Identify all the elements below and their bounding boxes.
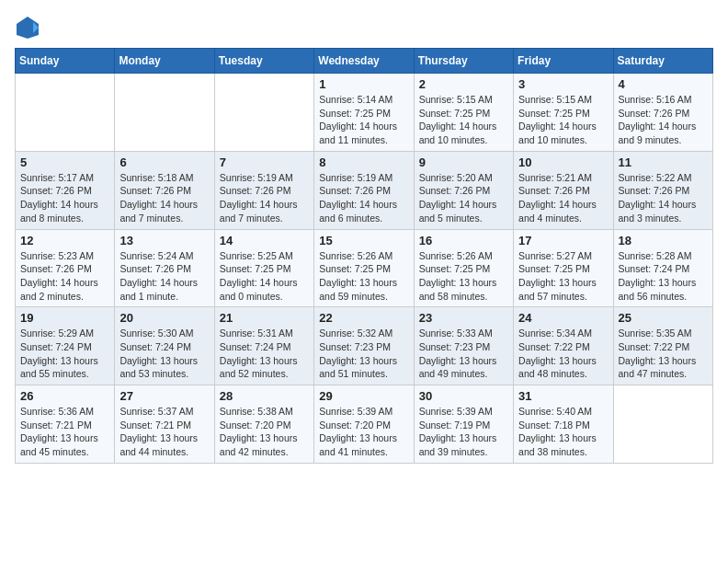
day-info: Sunrise: 5:27 AM Sunset: 7:25 PM Dayligh…: [518, 249, 608, 304]
calendar-cell: 26Sunrise: 5:36 AM Sunset: 7:21 PM Dayli…: [16, 385, 115, 464]
page-header: [15, 15, 713, 40]
calendar-week-1: 1Sunrise: 5:14 AM Sunset: 7:25 PM Daylig…: [16, 74, 713, 152]
weekday-header-monday: Monday: [115, 49, 214, 74]
day-number: 8: [319, 155, 408, 169]
weekday-header-row: SundayMondayTuesdayWednesdayThursdayFrid…: [16, 49, 713, 74]
day-info: Sunrise: 5:32 AM Sunset: 7:23 PM Dayligh…: [319, 327, 408, 381]
calendar-cell: 21Sunrise: 5:31 AM Sunset: 7:24 PM Dayli…: [214, 307, 313, 385]
day-number: 7: [220, 155, 309, 169]
day-number: 26: [20, 389, 109, 403]
day-number: 15: [319, 234, 408, 247]
day-info: Sunrise: 5:25 AM Sunset: 7:25 PM Dayligh…: [220, 249, 309, 304]
calendar-cell: 19Sunrise: 5:29 AM Sunset: 7:24 PM Dayli…: [16, 307, 115, 385]
calendar-cell: 3Sunrise: 5:15 AM Sunset: 7:25 PM Daylig…: [514, 74, 613, 152]
day-number: 5: [20, 155, 109, 169]
day-info: Sunrise: 5:29 AM Sunset: 7:24 PM Dayligh…: [20, 327, 109, 381]
calendar-cell: 2Sunrise: 5:15 AM Sunset: 7:25 PM Daylig…: [414, 74, 513, 152]
day-number: 9: [419, 155, 508, 169]
calendar-cell: 23Sunrise: 5:33 AM Sunset: 7:23 PM Dayli…: [414, 307, 513, 385]
day-number: 1: [319, 77, 408, 91]
calendar-cell: 11Sunrise: 5:22 AM Sunset: 7:26 PM Dayli…: [613, 151, 712, 229]
calendar-cell: 12Sunrise: 5:23 AM Sunset: 7:26 PM Dayli…: [16, 229, 115, 307]
calendar-cell: 4Sunrise: 5:16 AM Sunset: 7:26 PM Daylig…: [613, 74, 712, 152]
calendar-cell: [613, 385, 712, 464]
day-info: Sunrise: 5:20 AM Sunset: 7:26 PM Dayligh…: [419, 171, 508, 225]
day-info: Sunrise: 5:26 AM Sunset: 7:25 PM Dayligh…: [319, 249, 408, 304]
day-info: Sunrise: 5:28 AM Sunset: 7:24 PM Dayligh…: [619, 249, 708, 304]
calendar-table: SundayMondayTuesdayWednesdayThursdayFrid…: [15, 48, 713, 464]
calendar-cell: 14Sunrise: 5:25 AM Sunset: 7:25 PM Dayli…: [214, 229, 313, 307]
day-info: Sunrise: 5:19 AM Sunset: 7:26 PM Dayligh…: [220, 171, 309, 225]
calendar-cell: 20Sunrise: 5:30 AM Sunset: 7:24 PM Dayli…: [115, 307, 214, 385]
day-info: Sunrise: 5:33 AM Sunset: 7:23 PM Dayligh…: [419, 327, 508, 381]
day-info: Sunrise: 5:19 AM Sunset: 7:26 PM Dayligh…: [319, 171, 408, 225]
day-info: Sunrise: 5:31 AM Sunset: 7:24 PM Dayligh…: [220, 327, 309, 381]
calendar-body: 1Sunrise: 5:14 AM Sunset: 7:25 PM Daylig…: [16, 74, 713, 464]
day-number: 31: [518, 389, 608, 403]
day-number: 10: [518, 155, 608, 169]
logo-icon: [15, 15, 40, 40]
day-number: 18: [619, 234, 708, 247]
calendar-cell: 30Sunrise: 5:39 AM Sunset: 7:19 PM Dayli…: [414, 385, 513, 464]
calendar-week-3: 12Sunrise: 5:23 AM Sunset: 7:26 PM Dayli…: [16, 229, 713, 307]
day-number: 30: [419, 389, 508, 403]
calendar-cell: 15Sunrise: 5:26 AM Sunset: 7:25 PM Dayli…: [314, 229, 414, 307]
day-number: 11: [619, 155, 708, 169]
weekday-header-sunday: Sunday: [16, 49, 115, 74]
day-number: 13: [119, 234, 209, 247]
day-number: 28: [220, 389, 309, 403]
day-info: Sunrise: 5:37 AM Sunset: 7:21 PM Dayligh…: [119, 405, 209, 459]
day-info: Sunrise: 5:40 AM Sunset: 7:18 PM Dayligh…: [518, 405, 608, 459]
day-number: 6: [119, 155, 209, 169]
calendar-week-2: 5Sunrise: 5:17 AM Sunset: 7:26 PM Daylig…: [16, 151, 713, 229]
calendar-cell: 7Sunrise: 5:19 AM Sunset: 7:26 PM Daylig…: [214, 151, 313, 229]
day-info: Sunrise: 5:30 AM Sunset: 7:24 PM Dayligh…: [119, 327, 209, 381]
calendar-cell: 10Sunrise: 5:21 AM Sunset: 7:26 PM Dayli…: [514, 151, 613, 229]
day-info: Sunrise: 5:39 AM Sunset: 7:20 PM Dayligh…: [319, 405, 408, 459]
weekday-header-saturday: Saturday: [613, 49, 712, 74]
day-info: Sunrise: 5:23 AM Sunset: 7:26 PM Dayligh…: [20, 249, 109, 304]
calendar-cell: [214, 74, 313, 152]
weekday-header-tuesday: Tuesday: [214, 49, 313, 74]
calendar-cell: 24Sunrise: 5:34 AM Sunset: 7:22 PM Dayli…: [514, 307, 613, 385]
weekday-header-wednesday: Wednesday: [314, 49, 414, 74]
day-info: Sunrise: 5:21 AM Sunset: 7:26 PM Dayligh…: [518, 171, 608, 225]
day-info: Sunrise: 5:18 AM Sunset: 7:26 PM Dayligh…: [119, 171, 209, 225]
day-number: 2: [419, 77, 508, 91]
calendar-cell: [16, 74, 115, 152]
day-info: Sunrise: 5:36 AM Sunset: 7:21 PM Dayligh…: [20, 405, 109, 459]
day-number: 27: [119, 389, 209, 403]
calendar-cell: 9Sunrise: 5:20 AM Sunset: 7:26 PM Daylig…: [414, 151, 513, 229]
calendar-week-5: 26Sunrise: 5:36 AM Sunset: 7:21 PM Dayli…: [16, 385, 713, 464]
day-number: 19: [20, 311, 109, 325]
day-info: Sunrise: 5:24 AM Sunset: 7:26 PM Dayligh…: [119, 249, 209, 304]
calendar-week-4: 19Sunrise: 5:29 AM Sunset: 7:24 PM Dayli…: [16, 307, 713, 385]
day-info: Sunrise: 5:39 AM Sunset: 7:19 PM Dayligh…: [419, 405, 508, 459]
day-info: Sunrise: 5:34 AM Sunset: 7:22 PM Dayligh…: [518, 327, 608, 381]
weekday-header-thursday: Thursday: [414, 49, 513, 74]
day-info: Sunrise: 5:15 AM Sunset: 7:25 PM Dayligh…: [419, 93, 508, 147]
day-number: 21: [220, 311, 309, 325]
logo: [15, 15, 44, 40]
day-number: 4: [619, 77, 708, 91]
calendar-cell: 28Sunrise: 5:38 AM Sunset: 7:20 PM Dayli…: [214, 385, 313, 464]
calendar-cell: 8Sunrise: 5:19 AM Sunset: 7:26 PM Daylig…: [314, 151, 414, 229]
day-info: Sunrise: 5:22 AM Sunset: 7:26 PM Dayligh…: [619, 171, 708, 225]
calendar-header: SundayMondayTuesdayWednesdayThursdayFrid…: [16, 49, 713, 74]
day-number: 25: [619, 311, 708, 325]
day-number: 3: [518, 77, 608, 91]
day-number: 17: [518, 234, 608, 247]
day-info: Sunrise: 5:35 AM Sunset: 7:22 PM Dayligh…: [619, 327, 708, 381]
calendar-cell: 6Sunrise: 5:18 AM Sunset: 7:26 PM Daylig…: [115, 151, 214, 229]
day-number: 23: [419, 311, 508, 325]
day-info: Sunrise: 5:14 AM Sunset: 7:25 PM Dayligh…: [319, 93, 408, 147]
day-number: 29: [319, 389, 408, 403]
day-number: 20: [119, 311, 209, 325]
day-number: 12: [20, 234, 109, 247]
day-number: 22: [319, 311, 408, 325]
calendar-cell: 18Sunrise: 5:28 AM Sunset: 7:24 PM Dayli…: [613, 229, 712, 307]
day-number: 14: [220, 234, 309, 247]
calendar-cell: 31Sunrise: 5:40 AM Sunset: 7:18 PM Dayli…: [514, 385, 613, 464]
day-number: 16: [419, 234, 508, 247]
day-info: Sunrise: 5:26 AM Sunset: 7:25 PM Dayligh…: [419, 249, 508, 304]
